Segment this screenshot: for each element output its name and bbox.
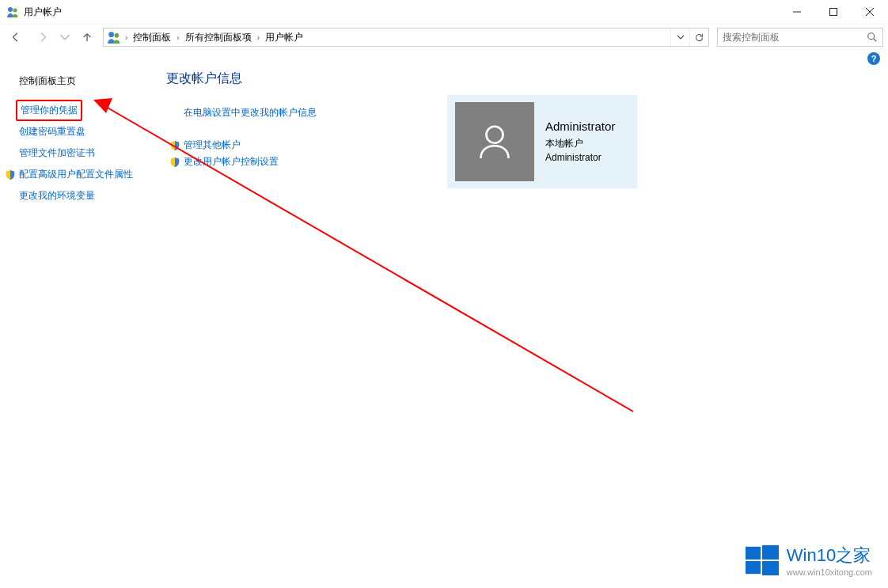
account-type: 本地帐户: [545, 136, 615, 150]
search-input[interactable]: [723, 32, 867, 43]
navbar: › 控制面板 › 所有控制面板项 › 用户帐户: [0, 24, 888, 50]
avatar: [455, 102, 534, 181]
address-dropdown-button[interactable]: [670, 28, 689, 46]
chevron-right-icon[interactable]: ›: [174, 33, 181, 42]
svg-rect-3: [830, 9, 837, 16]
sidebar-item-advanced-profile[interactable]: 配置高级用户配置文件属性: [5, 164, 166, 185]
watermark: Win10之家 www.win10xitong.com: [746, 544, 872, 577]
chevron-right-icon[interactable]: ›: [123, 33, 130, 42]
breadcrumb-root[interactable]: 控制面板: [130, 28, 174, 46]
link-label: 在电脑设置中更改我的帐户信息: [184, 106, 317, 119]
svg-point-6: [108, 32, 114, 37]
sidebar-item-label: 管理你的凭据: [21, 104, 78, 117]
breadcrumb-item[interactable]: 用户帐户: [262, 28, 306, 46]
sidebar-item-env-vars[interactable]: 更改我的环境变量: [19, 185, 166, 207]
window-icon: [6, 6, 19, 18]
help-icon[interactable]: ?: [867, 52, 880, 65]
windows-logo-icon: [746, 544, 779, 577]
refresh-button[interactable]: [689, 28, 708, 46]
svg-point-10: [487, 127, 503, 143]
sidebar-item-label: 配置高级用户配置文件属性: [19, 168, 133, 181]
link-label: 更改用户帐户控制设置: [184, 155, 279, 169]
maximize-button[interactable]: [815, 0, 852, 24]
close-button[interactable]: [852, 0, 888, 24]
sidebar-item-encrypt-cert[interactable]: 管理文件加密证书: [19, 142, 166, 164]
watermark-title: Win10之家: [787, 544, 872, 567]
svg-rect-13: [746, 547, 761, 560]
shield-icon: [169, 157, 180, 168]
sidebar-item-password-reset[interactable]: 创建密码重置盘: [19, 121, 166, 142]
shield-icon: [169, 140, 180, 151]
page-heading: 更改帐户信息: [166, 70, 888, 87]
shield-icon: [5, 169, 16, 180]
sidebar-item-credentials[interactable]: 管理你的凭据: [16, 100, 82, 121]
sidebar: 控制面板主页 管理你的凭据 创建密码重置盘 管理文件加密证书 配置高级用户配置文…: [19, 67, 166, 207]
svg-rect-16: [762, 561, 779, 575]
minimize-button[interactable]: [779, 0, 815, 24]
svg-line-9: [874, 39, 877, 42]
help-row: ?: [0, 50, 888, 67]
address-icon: [107, 30, 121, 44]
svg-point-8: [868, 33, 875, 40]
content-area: 控制面板主页 管理你的凭据 创建密码重置盘 管理文件加密证书 配置高级用户配置文…: [0, 67, 888, 207]
search-icon[interactable]: [867, 32, 878, 43]
svg-rect-14: [762, 545, 779, 560]
window-controls: [779, 0, 888, 24]
recent-locations-button[interactable]: [59, 26, 71, 48]
sidebar-item-label: 更改我的环境变量: [19, 189, 95, 203]
control-panel-home-link[interactable]: 控制面板主页: [19, 70, 166, 92]
address-bar[interactable]: › 控制面板 › 所有控制面板项 › 用户帐户: [103, 28, 709, 47]
sidebar-item-label: 管理文件加密证书: [19, 146, 95, 160]
svg-point-7: [115, 33, 120, 38]
titlebar: 用户帐户: [0, 0, 888, 24]
forward-button[interactable]: [32, 26, 54, 48]
link-label: 管理其他帐户: [184, 138, 241, 152]
watermark-url: www.win10xitong.com: [787, 567, 872, 577]
chevron-right-icon[interactable]: ›: [255, 33, 262, 42]
search-box[interactable]: [717, 28, 883, 47]
window-title: 用户帐户: [24, 6, 62, 19]
user-account-card: Administrator 本地帐户 Administrator: [447, 95, 637, 188]
back-button[interactable]: [5, 26, 27, 48]
sidebar-item-label: 创建密码重置盘: [19, 125, 85, 138]
breadcrumb-item[interactable]: 所有控制面板项: [182, 28, 255, 46]
svg-rect-15: [746, 561, 761, 574]
username: Administrator: [545, 119, 615, 133]
user-icon: [472, 119, 517, 164]
up-button[interactable]: [76, 26, 98, 48]
svg-point-0: [8, 7, 13, 12]
account-role: Administrator: [545, 150, 615, 165]
user-info: Administrator 本地帐户 Administrator: [545, 119, 615, 165]
svg-point-1: [13, 9, 17, 13]
